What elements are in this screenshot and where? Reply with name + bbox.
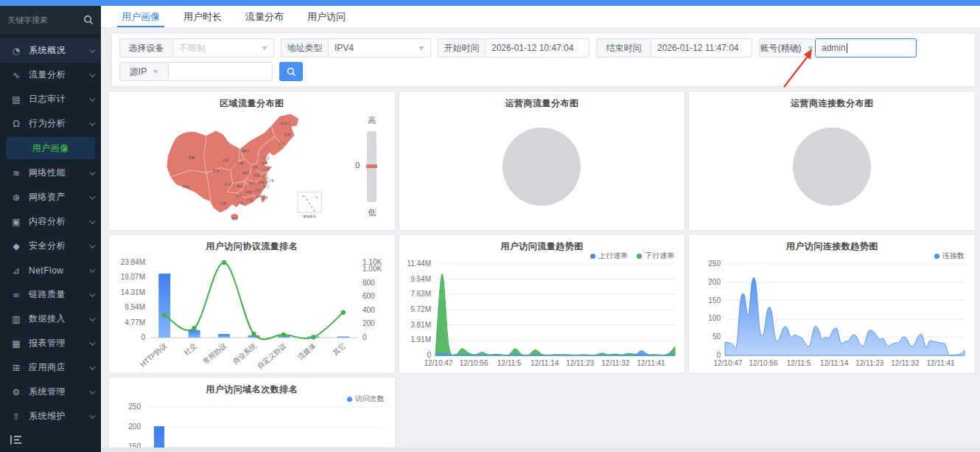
sidebar-item-behavior-analysis[interactable]: Ω行为分析 bbox=[0, 111, 101, 136]
network-assets-icon: ⊕ bbox=[10, 192, 22, 203]
svg-text:黑龙江: 黑龙江 bbox=[281, 122, 291, 125]
svg-text:0: 0 bbox=[363, 333, 367, 341]
legend-label: 连接数 bbox=[942, 251, 965, 261]
svg-text:青海: 青海 bbox=[213, 169, 220, 173]
sidebar-item-app-store[interactable]: ⊞应用商店 bbox=[0, 355, 101, 380]
legend-dot bbox=[637, 254, 642, 259]
panel-connections-trend: 连接数 用户访问连接数趋势图 25020015010050012/10:4712… bbox=[688, 234, 976, 374]
svg-text:0: 0 bbox=[717, 351, 721, 359]
top-blue-bar bbox=[0, 0, 980, 6]
sidebar-item-system-management[interactable]: ⚙系统管理 bbox=[0, 380, 101, 404]
sidebar-item-data-access[interactable]: ▥数据接入 bbox=[0, 307, 101, 331]
legend-dot bbox=[347, 397, 352, 402]
src-ip-field-selector[interactable]: 源IP bbox=[119, 62, 168, 81]
chevron-down-icon bbox=[89, 242, 95, 248]
svg-text:湖北: 湖北 bbox=[248, 181, 255, 185]
svg-text:400: 400 bbox=[363, 306, 375, 314]
traffic-trend-chart[interactable]: 11.44M9.54M7.63M5.72M3.81M1.91M012/10:47… bbox=[402, 260, 684, 370]
sidebar-search[interactable] bbox=[0, 6, 101, 34]
account-field-selector[interactable]: 账号(精确) bbox=[759, 38, 813, 58]
svg-text:宁夏: 宁夏 bbox=[237, 161, 243, 165]
chevron-down-icon bbox=[89, 218, 95, 223]
chevron-down-icon bbox=[89, 169, 95, 175]
keyword-search-input[interactable] bbox=[7, 15, 83, 24]
svg-text:12/10:56: 12/10:56 bbox=[459, 359, 488, 367]
search-button[interactable] bbox=[279, 62, 303, 81]
panel-protocol-traffic-ranking: 用户访问协议流量排名 23.84M19.07M14.31M9.54M4.77M0… bbox=[108, 234, 396, 374]
svg-text:12/11:32: 12/11:32 bbox=[601, 359, 630, 367]
svg-text:200: 200 bbox=[363, 319, 375, 327]
data-access-icon: ▥ bbox=[10, 314, 22, 324]
svg-text:12/11:14: 12/11:14 bbox=[531, 359, 559, 367]
svg-text:社交: 社交 bbox=[182, 341, 198, 357]
chevron-down-icon bbox=[89, 388, 95, 394]
svg-text:12/10:56: 12/10:56 bbox=[749, 359, 778, 367]
start-time-input[interactable]: 2026-01-12 10:47:04 bbox=[485, 38, 589, 58]
search-icon[interactable] bbox=[83, 15, 94, 25]
chart-legend[interactable]: 连接数 bbox=[925, 251, 965, 261]
protocol-combo-chart[interactable]: 23.84M19.07M14.31M9.54M4.77M01.10K1.00K8… bbox=[111, 251, 393, 372]
sidebar-item-security-analysis[interactable]: ◆安全分析 bbox=[0, 234, 101, 258]
svg-text:湖南: 湖南 bbox=[245, 190, 252, 194]
visualmap-track[interactable]: 0 bbox=[367, 131, 377, 202]
empty-pie-placeholder bbox=[503, 128, 581, 206]
horizontal-scrollbar[interactable] bbox=[101, 448, 980, 452]
chevron-down-icon bbox=[89, 412, 95, 418]
svg-text:12/11:23: 12/11:23 bbox=[566, 359, 595, 367]
sidebar: ◔系统概况∿流量分析▤日志审计Ω行为分析用户画像≋网络性能⊕网络资产▣内容分析◆… bbox=[0, 6, 101, 452]
svg-text:12/11:32: 12/11:32 bbox=[892, 359, 920, 367]
svg-text:广西: 广西 bbox=[237, 201, 243, 205]
sidebar-item-network-performance[interactable]: ≋网络性能 bbox=[0, 161, 101, 185]
tab-user-profile[interactable]: 用户画像 bbox=[110, 6, 172, 27]
sidebar-item-content-analysis[interactable]: ▣内容分析 bbox=[0, 209, 101, 234]
svg-text:600: 600 bbox=[363, 292, 375, 300]
visualmap-slider[interactable]: 高 0 低 bbox=[355, 115, 389, 218]
device-select[interactable]: 不限制 bbox=[172, 38, 274, 58]
svg-text:陕西: 陕西 bbox=[242, 171, 249, 175]
collapse-sidebar-icon[interactable] bbox=[10, 435, 22, 445]
connections-trend-chart[interactable]: 25020015010050012/10:4712/10:5612/11:512… bbox=[691, 260, 973, 370]
sidebar-item-traffic-analysis[interactable]: ∿流量分析 bbox=[0, 63, 101, 87]
svg-text:0: 0 bbox=[427, 351, 431, 359]
sidebar-item-user-profile[interactable]: 用户画像 bbox=[6, 137, 95, 159]
domain-ranking-chart[interactable]: 250200150100500 bbox=[111, 403, 393, 452]
chevron-down-icon bbox=[262, 46, 267, 50]
svg-text:安徽: 安徽 bbox=[259, 181, 265, 184]
end-time-input[interactable]: 2026-01-12 11:47:04 bbox=[651, 38, 752, 58]
svg-text:上海: 上海 bbox=[267, 178, 274, 182]
tab-traffic-distribution[interactable]: 流量分布 bbox=[234, 6, 295, 27]
sidebar-item-netflow[interactable]: ⊿NetFlow bbox=[0, 258, 101, 282]
visualmap-handle[interactable] bbox=[366, 164, 377, 168]
chart-legend[interactable]: 上行速率 下行速率 bbox=[581, 251, 674, 261]
chevron-down-icon bbox=[89, 46, 95, 52]
svg-text:商业系统: 商业系统 bbox=[231, 341, 259, 366]
security-analysis-icon: ◆ bbox=[10, 241, 22, 251]
account-input[interactable]: admin bbox=[815, 38, 917, 58]
chart-legend[interactable]: 访问次数 bbox=[338, 394, 385, 404]
sidebar-item-link-quality[interactable]: ∞链路质量 bbox=[0, 282, 101, 307]
svg-text:新疆: 新疆 bbox=[189, 156, 195, 159]
src-ip-input[interactable] bbox=[168, 62, 273, 81]
traffic-analysis-icon: ∿ bbox=[10, 70, 22, 80]
svg-text:河北: 河北 bbox=[262, 161, 268, 165]
log-audit-icon: ▤ bbox=[10, 94, 22, 105]
svg-text:其它: 其它 bbox=[331, 341, 347, 357]
svg-text:河南: 河南 bbox=[253, 173, 260, 177]
sidebar-item-log-audit[interactable]: ▤日志审计 bbox=[0, 87, 101, 111]
china-map[interactable]: 新疆西藏青海甘肃宁夏内蒙古黑龙江吉林辽宁北京河北山西山东陕西河南江苏上海安徽湖北… bbox=[128, 108, 349, 226]
tab-user-duration[interactable]: 用户时长 bbox=[172, 6, 234, 27]
chevron-down-icon bbox=[89, 119, 95, 125]
svg-text:西藏: 西藏 bbox=[183, 185, 189, 189]
sidebar-item-network-assets[interactable]: ⊕网络资产 bbox=[0, 185, 101, 209]
sidebar-item-report-management[interactable]: ▦报表管理 bbox=[0, 331, 101, 355]
svg-text:5.72M: 5.72M bbox=[410, 305, 431, 313]
svg-text:23.84M: 23.84M bbox=[121, 258, 145, 266]
tab-user-access[interactable]: 用户访问 bbox=[295, 6, 357, 27]
svg-text:四川: 四川 bbox=[225, 183, 231, 187]
start-time-label: 开始时间 bbox=[438, 38, 485, 58]
sidebar-item-system-maintenance[interactable]: ⇧系统维护 bbox=[0, 404, 101, 427]
sidebar-item-system-overview[interactable]: ◔系统概况 bbox=[0, 38, 101, 63]
address-type-select[interactable]: IPV4 bbox=[328, 38, 431, 58]
svg-text:台湾: 台湾 bbox=[262, 196, 268, 200]
legend-label: 访问次数 bbox=[355, 394, 385, 404]
